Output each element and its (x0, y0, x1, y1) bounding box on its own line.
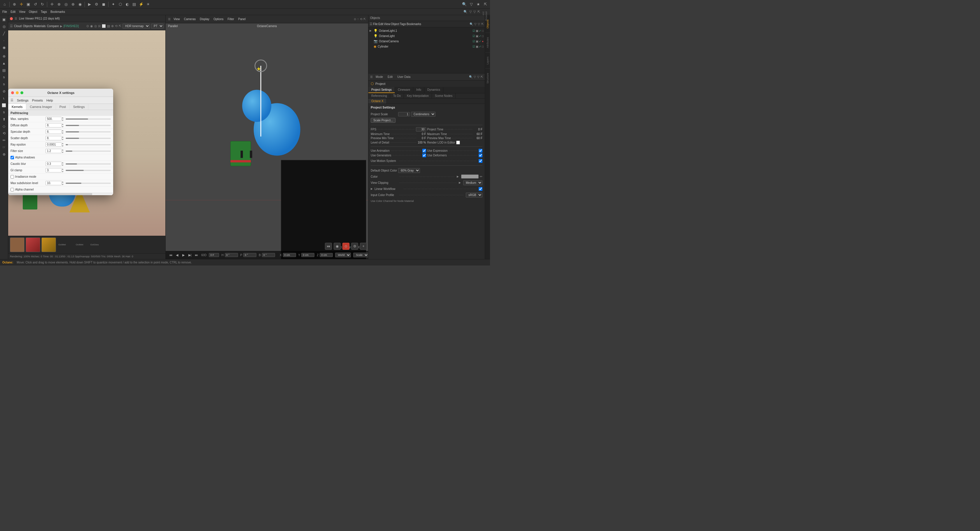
tool-s2[interactable]: S (1, 81, 7, 88)
lv-icon-1[interactable]: ⊙ (86, 24, 89, 28)
badge-lock3[interactable]: ● (482, 40, 484, 43)
irradiance-mode-checkbox[interactable] (11, 175, 14, 179)
thumb-3[interactable] (41, 238, 56, 252)
rs-tab-structure[interactable]: Structure (485, 69, 490, 88)
om-edit-menu[interactable]: Edit (378, 22, 383, 26)
alpha-shadows-checkbox[interactable] (11, 156, 14, 159)
om-obj-menu[interactable]: Object (391, 22, 399, 26)
badge-vis2[interactable]: ✓ (479, 34, 481, 38)
om-expand-icon[interactable]: ⇱ (481, 22, 484, 26)
project-scale-unit[interactable]: Centimeters (411, 112, 436, 117)
diffuse-depth-spin[interactable]: ▲▼ (62, 123, 64, 128)
badge-lock4[interactable]: □ (482, 45, 484, 48)
toolbar-icon-world[interactable]: ◉ (77, 2, 83, 7)
vp-menu-display[interactable]: Display (199, 17, 211, 21)
menu-edit[interactable]: Edit (11, 10, 16, 13)
toolbar-icon-z[interactable]: ⊕ (70, 2, 76, 7)
ray-epsilon-input[interactable] (46, 142, 62, 147)
tool-live[interactable]: ◉ (1, 45, 7, 51)
scatter-depth-input[interactable] (46, 136, 62, 140)
lv-menu-cloud[interactable]: Cloud (14, 24, 22, 28)
lv-tonemap-select[interactable]: HDR tonemap (123, 24, 150, 29)
object-item-cylinder[interactable]: ◉ Cylinder ☑ ▣ ✓ □ (368, 44, 485, 49)
toolbar-icon-obj[interactable]: ◼ (100, 2, 107, 7)
toolbar-icon-undo[interactable]: ↻ (40, 2, 45, 7)
max-subdivision-input[interactable] (46, 181, 62, 185)
object-item-octanecamera[interactable]: 📷 OctaneCamera ☑ ▣ ✓ ● (368, 38, 485, 44)
max-samples-input[interactable] (46, 117, 62, 121)
toolbar-icon-select[interactable]: ⊕ (11, 2, 17, 7)
toolbar-icon-hex[interactable]: ⬡ (117, 2, 123, 7)
diffuse-depth-slider[interactable] (65, 125, 111, 126)
tool-point[interactable]: · (1, 37, 7, 44)
vp-menu-cameras[interactable]: Cameras (183, 17, 197, 21)
badge-vis[interactable]: ✓ (479, 29, 481, 32)
tool-poly[interactable]: ◎ (1, 23, 7, 30)
caustic-blur-input[interactable] (46, 162, 62, 166)
badge-lock2[interactable]: □ (482, 34, 484, 38)
fps-input[interactable] (416, 127, 426, 132)
lv-icon-6[interactable]: ▤ (107, 24, 110, 28)
badge-check[interactable]: ☑ (473, 29, 475, 32)
badge-vis3[interactable]: ✓ (479, 40, 481, 43)
attr-filter-icon[interactable]: ▽ (474, 75, 476, 78)
om-filter-icon[interactable]: ▽ (474, 22, 477, 26)
ray-epsilon-slider[interactable] (65, 144, 111, 145)
tab-project-settings[interactable]: Project Settings (368, 87, 395, 93)
p-input[interactable] (243, 253, 256, 257)
alpha-channel-checkbox[interactable] (11, 188, 14, 191)
tool-l[interactable]: L (1, 95, 7, 102)
dialog-menu-help[interactable]: Help (46, 99, 53, 102)
tool-s1[interactable]: S (1, 74, 7, 81)
view-icon-play[interactable]: ⏮ (325, 243, 332, 250)
om-search-icon[interactable]: 🔍 (469, 22, 473, 26)
tool-extrude[interactable]: ⬆ (1, 116, 7, 123)
vp-menu-options[interactable]: Options (212, 17, 224, 21)
tab-dynamics[interactable]: Dynamics (425, 87, 443, 93)
om-menu-icon[interactable]: ☰ (369, 22, 372, 26)
y-input[interactable] (301, 253, 314, 257)
vp-icon-4[interactable]: ⇱ (363, 18, 366, 21)
tab-referencing[interactable]: Referencing (368, 93, 390, 98)
tab-info[interactable]: Info (413, 87, 425, 93)
object-item-octanelight[interactable]: 💡 OctaneLight ☑ ▣ ✓ □ (368, 33, 485, 38)
toolbar-icon-move[interactable]: ✛ (18, 2, 24, 7)
project-scale-input[interactable] (398, 112, 410, 116)
tool-grab[interactable]: ☞ (1, 144, 7, 151)
dialog-menu-icon[interactable]: ☰ (11, 98, 13, 102)
lv-icon-4[interactable]: R (98, 24, 100, 28)
rs-tab-attributes[interactable]: Attributes (485, 33, 490, 52)
view-icon-mat[interactable]: ◉ (334, 243, 340, 250)
input-color-profile-select[interactable]: sRGB (466, 193, 482, 198)
lv-icon-3[interactable]: ◎ (94, 24, 97, 28)
tool-knife[interactable]: ▲ (1, 60, 7, 67)
specular-depth-input[interactable] (46, 129, 62, 134)
toolbar-icon-add[interactable]: ✛ (49, 2, 55, 7)
dialog-tab-post[interactable]: Post (56, 104, 70, 110)
menu-tags[interactable]: Tags (41, 10, 47, 13)
lv-tb-menu-icon[interactable]: ☰ (10, 24, 13, 28)
scatter-depth-slider[interactable] (65, 138, 111, 139)
vp-menu-icon[interactable]: ☰ (168, 18, 171, 21)
toolbar-icon-render[interactable]: ☀ (145, 2, 151, 7)
attr-header-userdata[interactable]: User Data (396, 75, 412, 79)
lv-icon-9[interactable]: ⇱ (119, 24, 121, 28)
menu-file[interactable]: File (2, 10, 7, 13)
default-object-color-select[interactable]: 60% Gray (398, 168, 420, 173)
gi-clamp-input[interactable] (46, 168, 62, 172)
render-lod-checkbox[interactable] (456, 140, 460, 144)
toolbar-icon-home[interactable]: ⌂ (2, 2, 8, 7)
use-expression-checkbox[interactable] (479, 149, 482, 153)
lv-menu-compare[interactable]: Compare (47, 24, 59, 28)
thumb-2[interactable] (25, 238, 40, 252)
tool-circle[interactable]: ⊘ (1, 88, 7, 94)
om-filter2-icon[interactable]: ▽ (478, 22, 480, 26)
filter-size-spin[interactable]: ▲▼ (62, 148, 64, 154)
toolbar-icon-gear[interactable]: ⚙ (94, 2, 99, 7)
lv-icon-2[interactable]: ◉ (90, 24, 93, 28)
object-item-octanelight1[interactable]: ▶ 💡 OctaneLight.1 ☑ ▣ ✓ □ (368, 28, 485, 33)
vp-menu-view[interactable]: View (172, 17, 181, 21)
om-file-menu[interactable]: File (373, 22, 378, 26)
play-button[interactable]: ▶ (181, 252, 186, 258)
tab-cineware[interactable]: Cineware (395, 87, 413, 93)
